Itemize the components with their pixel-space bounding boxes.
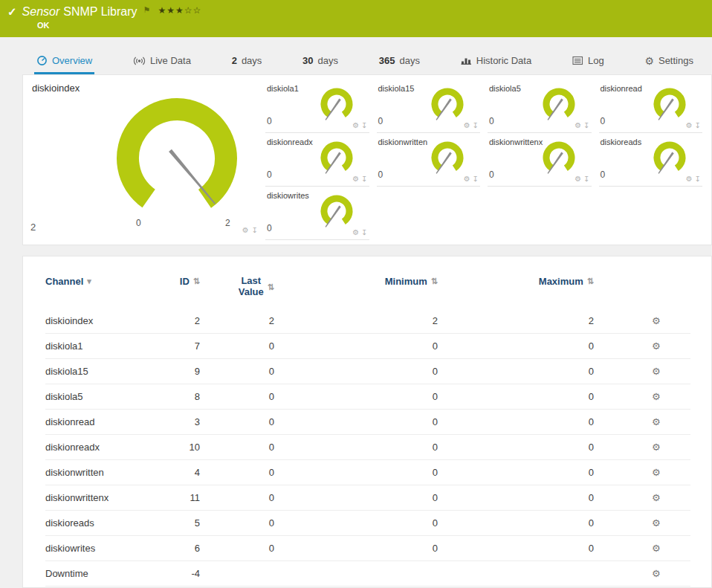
tab-historic-data[interactable]: Historic Data — [459, 51, 534, 74]
gear-icon[interactable]: ⚙ — [464, 175, 470, 183]
tab-number: 30 — [302, 55, 313, 66]
tab-label: Overview — [52, 55, 92, 66]
channel-row: diskioreads 5 0 0 0 ⚙ — [45, 510, 690, 535]
gauge-tile: diskioreads 0 ⚙ ↧ — [599, 133, 703, 187]
main-gauge-value: 2 — [30, 222, 36, 233]
tab-overview[interactable]: Overview — [34, 51, 94, 74]
column-header-channel[interactable]: Channel ▾ — [45, 276, 172, 287]
pin-icon[interactable]: ↧ — [583, 122, 589, 129]
channel-gauge-dial — [538, 85, 580, 123]
channel-name: diskioreads — [45, 510, 172, 535]
tab-log[interactable]: Log — [570, 51, 606, 74]
channel-edit-gear-icon[interactable]: ⚙ — [652, 543, 661, 554]
channel-edit-gear-icon[interactable]: ⚙ — [652, 340, 661, 352]
channel-last-value: 2 — [222, 308, 297, 334]
settings-gear-icon: ⚙ — [644, 56, 654, 66]
channel-last-value: 0 — [222, 434, 297, 459]
gear-icon[interactable]: ⚙ — [575, 122, 581, 129]
pin-icon[interactable]: ↧ — [583, 175, 589, 183]
tab-bar: Overview Live Data 2 days 30 days 365 da… — [0, 37, 712, 74]
channel-name: diskiola5 — [45, 384, 172, 409]
channel-edit-gear-icon[interactable]: ⚙ — [652, 517, 661, 529]
pin-icon[interactable]: ↧ — [695, 122, 701, 129]
gear-icon[interactable]: ⚙ — [686, 122, 693, 129]
column-label: Channel — [45, 276, 83, 287]
channel-edit-gear-icon[interactable]: ⚙ — [652, 442, 661, 453]
channel-gauge-dial — [427, 139, 468, 176]
channel-id: 3 — [172, 409, 222, 434]
pin-icon[interactable]: ↧ — [361, 229, 367, 236]
pin-icon[interactable]: ↧ — [252, 227, 258, 234]
channel-name: diskionread — [45, 409, 172, 434]
tab-label: Live Data — [150, 55, 191, 66]
priority-stars[interactable]: ★★★☆☆ — [158, 5, 201, 16]
pin-icon[interactable]: ↧ — [473, 122, 479, 129]
gear-icon[interactable]: ⚙ — [686, 175, 693, 183]
channel-minimum: 2 — [297, 308, 460, 334]
gauge-tile: diskionwritten 0 ⚙ ↧ — [377, 133, 481, 187]
column-header-last-value[interactable]: Last Value ⇅ — [222, 276, 297, 298]
channel-edit-gear-icon[interactable]: ⚙ — [652, 492, 661, 503]
flag-icon[interactable]: ⚑ — [143, 5, 151, 15]
channel-edit-gear-icon[interactable]: ⚙ — [652, 391, 661, 402]
channel-row: diskiola15 9 0 0 0 ⚙ — [45, 358, 690, 384]
channel-last-value: 0 — [222, 485, 297, 510]
channel-last-value: 0 — [222, 535, 297, 560]
gauge-tile: diskionread 0 ⚙ ↧ — [599, 80, 703, 133]
tab-365-days[interactable]: 365 days — [377, 51, 422, 74]
sensor-status-badge: OK — [37, 21, 703, 30]
pin-icon[interactable]: ↧ — [695, 175, 701, 183]
channel-edit-gear-icon[interactable]: ⚙ — [652, 366, 661, 377]
channel-id: 5 — [172, 510, 222, 535]
gauge-tile-actions: ⚙ ↧ — [352, 122, 367, 129]
channel-gauge-label: diskionreadx — [267, 138, 313, 146]
channel-name: Downtime — [45, 560, 172, 586]
gauge-tiles: diskiola1 0 ⚙ ↧ diskiola15 0 ⚙ — [265, 80, 702, 245]
channel-last-value: 0 — [222, 384, 297, 409]
pin-icon[interactable]: ↧ — [361, 175, 367, 183]
channel-edit-gear-icon[interactable]: ⚙ — [652, 568, 661, 579]
channel-id: 7 — [172, 333, 222, 358]
gauge-tile: diskionreadx 0 ⚙ ↧ — [265, 133, 369, 187]
gear-icon[interactable]: ⚙ — [352, 229, 359, 236]
gear-icon[interactable]: ⚙ — [575, 175, 581, 183]
tab-settings[interactable]: ⚙ Settings — [642, 51, 696, 74]
tab-2-days[interactable]: 2 days — [230, 51, 265, 74]
channel-edit-gear-icon[interactable]: ⚙ — [652, 416, 661, 427]
channel-minimum: 0 — [297, 333, 460, 358]
gear-icon[interactable]: ⚙ — [464, 122, 470, 129]
channel-id: 11 — [172, 485, 222, 510]
gear-icon[interactable]: ⚙ — [352, 122, 359, 129]
channel-row: Downtime -4 ⚙ — [45, 560, 690, 586]
channel-maximum: 0 — [460, 409, 616, 434]
channel-last-value — [222, 560, 297, 586]
sensor-header: ✓ Sensor SNMP Library ⚑ ★★★☆☆ OK — [0, 0, 712, 37]
column-header-maximum[interactable]: Maximum ⇅ — [460, 276, 616, 287]
channel-id: -4 — [172, 560, 222, 586]
overview-icon — [36, 55, 48, 66]
channel-edit-gear-icon[interactable]: ⚙ — [652, 467, 661, 478]
gauge-tile: diskiowrites 0 ⚙ ↧ — [265, 187, 369, 240]
gear-icon[interactable]: ⚙ — [352, 175, 359, 183]
channel-gauge-dial — [538, 139, 580, 176]
channel-last-value: 0 — [222, 409, 297, 434]
channel-name: diskionreadx — [45, 434, 172, 459]
channel-gauge-label: diskiola1 — [267, 84, 299, 93]
tab-live-data[interactable]: Live Data — [131, 51, 193, 74]
channel-gauge-dial — [649, 85, 690, 123]
pin-icon[interactable]: ↧ — [361, 122, 367, 129]
column-label: Maximum — [539, 276, 583, 287]
channel-minimum: 0 — [297, 384, 460, 409]
channel-maximum: 0 — [460, 510, 616, 535]
channel-id: 6 — [172, 535, 222, 560]
column-label: Minimum — [385, 276, 427, 287]
channel-edit-gear-icon[interactable]: ⚙ — [652, 315, 661, 326]
gauges-panel: diskioindex 2 0 2 ⚙ ↧ diskiola1 0 — [22, 74, 712, 245]
column-header-id[interactable]: ID ⇅ — [172, 276, 222, 287]
gear-icon[interactable]: ⚙ — [242, 227, 249, 234]
pin-icon[interactable]: ↧ — [473, 175, 479, 183]
tab-label: Historic Data — [476, 55, 531, 66]
tab-30-days[interactable]: 30 days — [300, 51, 340, 74]
column-header-minimum[interactable]: Minimum ⇅ — [297, 276, 460, 287]
channel-id: 9 — [172, 358, 222, 384]
